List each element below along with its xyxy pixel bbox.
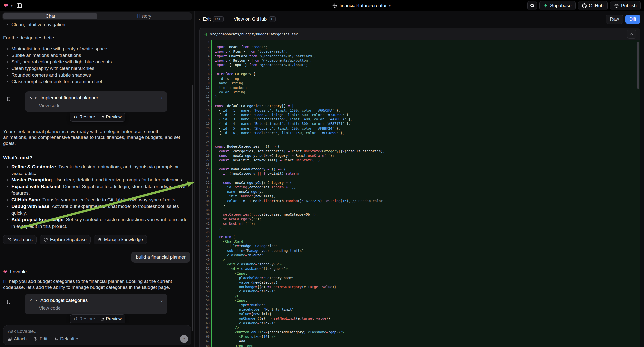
code-line: 5import { Button } from '@/components/ui… (200, 58, 640, 63)
code-line: 64 /> (200, 325, 640, 330)
fold-chevron-icon[interactable]: ⌄ (211, 72, 212, 76)
visit-docs-button[interactable]: Visit docs (3, 235, 36, 244)
manage-knowledge-button[interactable]: Manage knowledge (94, 235, 147, 244)
chevron-up-icon (630, 32, 633, 36)
restore-icon: ↺ (74, 316, 78, 322)
view-on-github-button[interactable]: View on GitHub G (234, 16, 276, 22)
code-line: 56 className="flex-1" (200, 289, 640, 294)
message-menu-button[interactable]: ... (185, 269, 190, 274)
restore-button[interactable]: ↺ Restore (74, 114, 95, 120)
code-scrollbar[interactable] (637, 42, 639, 89)
bullet-item: Debug with Ease: Activate our experiment… (3, 203, 190, 216)
code-line: 46 title="Budget Categories" (200, 244, 640, 248)
code-line: 34 name: newCategory, (200, 190, 640, 194)
publish-button[interactable]: Publish (610, 1, 640, 10)
code-line: 7 (200, 67, 640, 72)
tab-chat[interactable]: Chat (3, 13, 97, 20)
project-switcher[interactable]: financial-future-creator ▾ (195, 3, 528, 8)
preview-label: Preview (106, 316, 122, 322)
preview-button[interactable]: Preview (100, 316, 122, 322)
gear-icon (530, 3, 535, 8)
view-code-link[interactable]: View code (39, 306, 162, 311)
logo-chevron-down-icon[interactable]: ▾ (11, 4, 13, 8)
version-card-2-wrap: < > Add budget categories › View code ↺ … (3, 294, 190, 323)
restore-label: Restore (80, 316, 95, 322)
chat-scrollbar[interactable] (192, 85, 194, 331)
version-toolbar-2: ↺ Restore Preview (70, 314, 126, 323)
send-button[interactable]: ↑ (180, 335, 188, 343)
mode-label: Default (60, 336, 74, 342)
explore-supabase-button[interactable]: Explore Supabase (40, 235, 90, 244)
fold-chevron-icon[interactable]: ⌄ (211, 167, 212, 171)
restore-button[interactable]: ↺ Restore (74, 316, 95, 322)
collapse-file-button[interactable] (627, 30, 636, 38)
preview-button[interactable]: Preview (100, 114, 122, 120)
design-bullet-list: Minimalist interface with plenty of whit… (3, 46, 190, 85)
lovable-logo-icon[interactable]: ❤ (4, 3, 8, 9)
chevron-right-icon[interactable]: › (161, 298, 162, 303)
fold-chevron-icon[interactable]: ⌄ (211, 104, 212, 108)
code-line: 62 onChange={(e) => setNewLimit(e.target… (200, 316, 640, 320)
chevron-right-icon[interactable]: › (161, 95, 162, 100)
composer[interactable]: Ask Lovable... Attach Edit Default ▾ ↑ (3, 325, 192, 345)
chevron-left-icon: ‹ (199, 16, 201, 22)
target-icon (33, 336, 38, 341)
globe-icon (332, 3, 337, 8)
chat-scroll-area[interactable]: Clean, intuitive navigation For the desi… (0, 20, 194, 323)
code-line: 35 limit: Number(newLimit), (200, 194, 640, 198)
code-line: 13} (200, 94, 640, 99)
code-line: 37 }; (200, 203, 640, 208)
view-code-link[interactable]: View code (39, 103, 162, 108)
manage-knowledge-label: Manage knowledge (104, 237, 143, 242)
bookmark-icon[interactable] (6, 299, 11, 305)
code-line: 29⌄ const handleAddCategory = () => { (200, 167, 640, 171)
code-line: 33 id: String(categories.length + 1), (200, 185, 640, 190)
code-line: 59 type="number" (200, 303, 640, 307)
composer-placeholder[interactable]: Ask Lovable... (8, 328, 38, 334)
file-header[interactable]: src/components/budget/BudgetCategories.t… (200, 28, 640, 40)
raw-toggle-button[interactable]: Raw (606, 15, 623, 24)
code-line: 38 (200, 208, 640, 212)
exit-button[interactable]: ‹ Exit esc (199, 16, 224, 22)
attach-button[interactable]: Attach (8, 336, 27, 342)
code-line: 17 { id: '2', name: 'Food & Dining', lim… (200, 112, 640, 117)
github-button[interactable]: GitHub (578, 1, 608, 10)
attach-label: Attach (14, 336, 27, 342)
lovable-avatar-icon: ❤ (3, 269, 8, 274)
code-line: 23 (200, 140, 640, 144)
diff-toggle-button[interactable]: Diff (625, 15, 640, 24)
version-card-1[interactable]: < > Implement financial planner › View c… (25, 91, 167, 112)
restore-label: Restore (80, 114, 95, 120)
fold-chevron-icon[interactable]: ⌄ (211, 180, 212, 185)
supabase-icon (544, 4, 548, 8)
bullet-item: Master Prompting: Use clear, detailed, a… (3, 177, 190, 184)
supabase-button[interactable]: Supabase (540, 1, 576, 10)
code-line: 40 setNewCategory(''); (200, 216, 640, 221)
code-view[interactable]: 12import React from 'react';3import { Pl… (200, 40, 640, 347)
code-line: 18 { id: '3', name: 'Transportation', li… (200, 117, 640, 122)
tab-history[interactable]: History (97, 13, 192, 20)
bookmark-icon[interactable] (6, 96, 11, 102)
assistant-header: ❤ Lovable ... (3, 269, 190, 274)
bullet-item: Add project knowledge: Set key context o… (3, 216, 190, 230)
code-line: 39 setCategories([...categories, newCate… (200, 212, 640, 216)
code-line: 30 if (!newCategory || !newLimit) return… (200, 171, 640, 176)
chevron-down-icon: ▾ (76, 337, 78, 340)
chat-panel: Chat History Clean, intuitive navigation… (0, 12, 195, 347)
code-line: 32⌄ const newCategoryObj: Category = { (200, 180, 640, 185)
bullet-item: GitHub Sync: Transfer your project's cod… (3, 197, 190, 203)
file-path: src/components/budget/BudgetCategories.t… (210, 32, 298, 36)
restore-icon: ↺ (74, 114, 78, 120)
code-line: 65 <Button onClick={handleAddCategory} c… (200, 330, 640, 334)
settings-button[interactable] (528, 1, 537, 10)
bullet-item: Clean typography with clear hierarchies (3, 65, 190, 72)
fold-chevron-icon[interactable]: ⌄ (211, 144, 212, 148)
code-line: 21 { id: '6', name: 'Healthcare', limit:… (200, 131, 640, 135)
code-line: 10 name: string; (200, 81, 640, 86)
quick-actions-row: Visit docs Explore Supabase Manage knowl… (3, 235, 190, 244)
edit-button[interactable]: Edit (33, 336, 47, 342)
bullet-item: Expand with Backend: Connect Supabase to… (3, 184, 190, 197)
mode-selector[interactable]: Default ▾ (54, 336, 78, 342)
version-card-2[interactable]: < > Add budget categories › View code (25, 294, 167, 314)
sidebar-toggle-button[interactable] (15, 2, 24, 10)
